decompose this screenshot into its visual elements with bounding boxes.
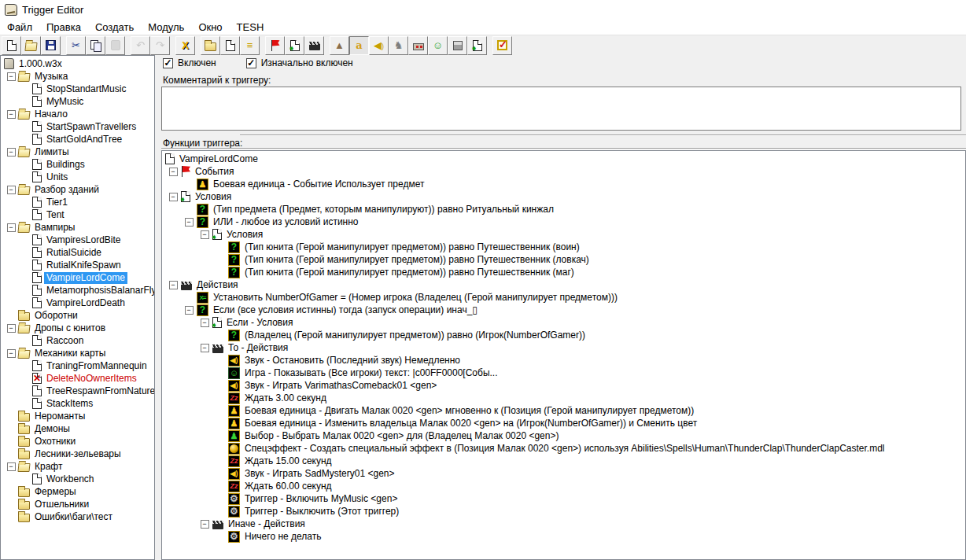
function-tree-item[interactable]: ZzЖдать 3.00 секунд [162, 392, 965, 404]
collapse-expander[interactable]: − [201, 319, 209, 327]
trigger-list-item[interactable]: DeleteNoOwnerItems [1, 372, 154, 385]
function-tree-item[interactable]: ◀)Звук - Остановить (Последний звук) Нем… [162, 354, 965, 367]
initially-on-checkbox[interactable]: ✓ Изначально включен [246, 57, 353, 68]
new-trigger-button[interactable] [220, 36, 240, 55]
function-tree-item[interactable]: ?(Тип юнита (Герой манипулирует предмето… [162, 266, 965, 278]
collapse-expander[interactable]: − [201, 520, 209, 529]
collapse-expander[interactable]: − [7, 349, 16, 358]
trigger-list-item[interactable]: −Механики карты [1, 347, 154, 359]
trigger-list-item[interactable]: −Музыка [1, 70, 154, 83]
collapse-expander[interactable]: − [169, 193, 178, 201]
new-action-button[interactable] [304, 36, 324, 55]
trigger-list-item[interactable]: Отшельники [1, 498, 154, 510]
trigger-list-item[interactable]: Tier1 [1, 196, 154, 208]
delete-button[interactable]: X [175, 36, 195, 55]
menu-create[interactable]: Создать [88, 20, 141, 35]
function-tree-item[interactable]: ?(Тип предмета (Предмет, которым манипул… [162, 203, 965, 216]
trigger-list-item[interactable]: VampireLordCome [1, 271, 154, 284]
function-tree-item[interactable]: ♟Боевая единица - Событие Использует пре… [162, 178, 965, 190]
trigger-list-item[interactable]: 1.000.w3x [1, 57, 154, 70]
function-tree-item[interactable]: VampireLordCome [162, 153, 965, 165]
function-tree-item[interactable]: ⚙Триггер - Выключить (Этот триггер) [162, 505, 965, 518]
collapse-expander[interactable]: − [169, 281, 178, 289]
sound-editor-button[interactable]: ◀) [369, 36, 389, 55]
trigger-list-item[interactable]: −Дропы с юнитов [1, 322, 154, 334]
collapse-expander[interactable]: − [185, 306, 194, 315]
trigger-list-item[interactable]: −Разбор зданий [1, 183, 154, 196]
new-comment-button[interactable]: ≡ [240, 36, 260, 55]
new-category-button[interactable] [201, 36, 220, 55]
function-tree-item[interactable]: ?(Тип юнита (Герой манипулирует предмето… [162, 241, 965, 253]
trigger-list-item[interactable]: MetamorphosisBalanarFly [1, 284, 154, 297]
trigger-list-item[interactable]: −Вампиры [1, 221, 154, 234]
trigger-list-item[interactable]: StackItems [1, 397, 154, 410]
function-tree-item[interactable]: −?Если (все условия истинны) тогда (запу… [162, 304, 965, 316]
trigger-list-item[interactable]: Лесники-зельевары [1, 448, 154, 460]
cut-button[interactable]: ✂ [66, 36, 86, 55]
collapse-expander[interactable]: − [7, 72, 16, 81]
trigger-list-item[interactable]: −Лимиты [1, 146, 154, 158]
trigger-list-item[interactable]: VampiresLordBite [1, 234, 154, 246]
trigger-editor-button[interactable]: a [349, 36, 369, 55]
trigger-list-item[interactable]: Raccoon [1, 334, 154, 347]
trigger-list-item[interactable]: Оборотни [1, 309, 154, 322]
trigger-list-item[interactable]: TreeRespawnFromNature [1, 385, 154, 397]
collapse-expander[interactable]: − [7, 223, 16, 232]
new-event-button[interactable] [265, 36, 285, 55]
trigger-list-item[interactable]: −Крафт [1, 460, 154, 473]
menu-file[interactable]: Файл [0, 20, 39, 35]
trigger-list-item[interactable]: RutialSuicide [1, 246, 154, 259]
new-condition-button[interactable] [285, 36, 304, 55]
function-tree-item[interactable]: ZzЖдать 60.00 секунд [162, 480, 965, 492]
function-tree-item[interactable]: ◀)Звук - Играть VarimathasComeback01 <ge… [162, 379, 965, 392]
menu-window[interactable]: Окно [191, 20, 229, 35]
collapse-expander[interactable]: − [185, 218, 194, 227]
function-tree-item[interactable]: −Действия [162, 278, 965, 291]
function-tree-item[interactable]: ♟Боевая единица - Двигать Малак 0020 <ge… [162, 404, 965, 417]
check-trigger-button[interactable] [492, 36, 512, 55]
campaign-editor-button[interactable] [408, 36, 428, 55]
trigger-list-item[interactable]: Фермеры [1, 485, 154, 498]
function-tree-item[interactable]: ♟Боевая единица - Изменить владельца Мал… [162, 417, 965, 429]
function-tree-item[interactable]: ☺Игра - Показывать (Все игроки) текст: |… [162, 367, 965, 379]
import-manager-button[interactable] [467, 36, 487, 55]
ai-editor-button[interactable]: ☺ [428, 36, 448, 55]
trigger-list-item[interactable]: RutialKnifeSpawn [1, 259, 154, 271]
collapse-expander[interactable]: − [7, 324, 16, 333]
comment-input[interactable] [161, 87, 961, 131]
function-tree-item[interactable]: ?(Владелец (Герой манипулирует предметом… [162, 329, 965, 341]
function-tree-item[interactable]: −Условия [162, 190, 965, 203]
trigger-list-item[interactable]: Tent [1, 208, 154, 221]
function-tree-item[interactable]: ♟Выбор - Выбрать Малак 0020 <gen> для (В… [162, 429, 965, 442]
collapse-expander[interactable]: − [7, 462, 16, 471]
trigger-list-item[interactable]: Ошибки\баги\тест [1, 510, 154, 523]
function-tree-item[interactable]: −?ИЛИ - любое из условий истинно [162, 216, 965, 228]
object-manager-button[interactable] [448, 36, 467, 55]
trigger-list-item[interactable]: Buildings [1, 158, 154, 171]
function-tree-item[interactable]: Спецэффект - Создать специальный эффект … [162, 442, 965, 455]
checkbox-icon[interactable]: ✓ [163, 58, 173, 68]
trigger-list-item[interactable]: Workbench [1, 473, 154, 485]
collapse-expander[interactable]: − [201, 344, 209, 352]
trigger-list-item[interactable]: −Начало [1, 108, 154, 120]
function-tree-item[interactable]: −Иначе - Действия [162, 518, 965, 530]
undo-button[interactable]: ↶ [131, 36, 150, 55]
menu-module[interactable]: Модуль [141, 20, 191, 35]
open-map-button[interactable] [21, 36, 41, 55]
trigger-list-item[interactable]: VampireLordDeath [1, 297, 154, 309]
paste-button[interactable] [105, 36, 125, 55]
collapse-expander[interactable]: − [7, 148, 16, 157]
copy-button[interactable] [86, 36, 105, 55]
object-editor-button[interactable]: ♞ [389, 36, 408, 55]
trigger-list-item[interactable]: TraningFromMannequin [1, 359, 154, 372]
function-tree-item[interactable]: ?(Тип юнита (Герой манипулирует предмето… [162, 253, 965, 266]
function-tree-item[interactable]: ZzЖдать 15.00 секунд [162, 455, 965, 467]
save-map-button[interactable] [41, 36, 61, 55]
collapse-expander[interactable]: − [201, 230, 209, 239]
trigger-list-item[interactable]: Охотники [1, 435, 154, 448]
redo-button[interactable]: ↷ [150, 36, 170, 55]
trigger-list-item[interactable]: Units [1, 171, 154, 183]
function-tree-item[interactable]: −Если - Условия [162, 316, 965, 329]
trigger-list-item[interactable]: Демоны [1, 422, 154, 435]
function-tree-item[interactable]: X=Установить NumberOfGamer = (Номер игро… [162, 291, 965, 304]
